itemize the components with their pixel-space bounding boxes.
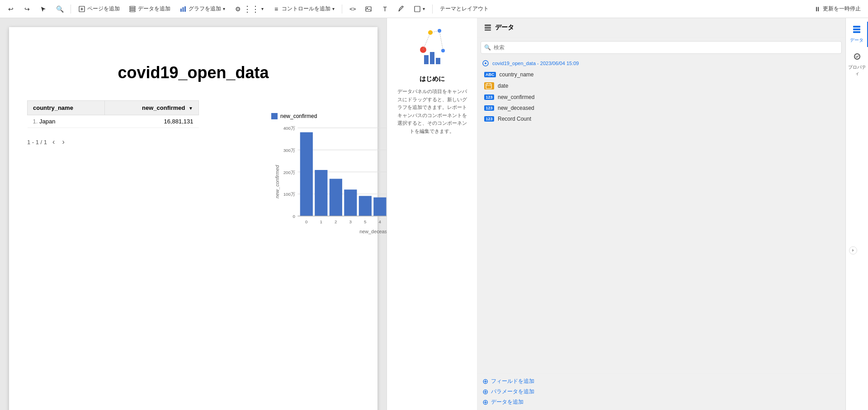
cursor-button[interactable] <box>36 4 51 14</box>
add-control-label: コントロールを追加 <box>282 5 330 13</box>
search-input[interactable] <box>481 41 842 54</box>
add-data-icon <box>129 5 136 13</box>
pause-button[interactable]: ⏸ 更新を一時停止 <box>810 3 864 14</box>
shape-icon <box>414 5 421 13</box>
code-button[interactable]: <> <box>346 4 359 14</box>
intro-panel: はじめに データパネルの項目をキャンバスにドラッグすると、新しいグラフを追加でき… <box>387 18 477 410</box>
field-type-deceased: 123 <box>484 105 494 111</box>
table-header-confirmed: new_confirmed ▼ <box>105 101 199 115</box>
components-chevron: ▾ <box>261 6 264 11</box>
cursor-icon <box>40 5 47 13</box>
report-title: covid19_open_data <box>27 63 359 82</box>
field-name-date: date <box>498 83 508 89</box>
svg-rect-40 <box>430 52 434 64</box>
svg-text:100万: 100万 <box>283 192 295 197</box>
pagination-text: 1 - 1 / 1 <box>27 139 47 146</box>
add-data-label: データを追加 <box>491 398 524 406</box>
svg-point-49 <box>485 62 486 64</box>
svg-text:0: 0 <box>305 219 308 224</box>
svg-text:300万: 300万 <box>283 148 295 153</box>
bar-0 <box>300 132 313 216</box>
bar-3 <box>344 189 357 216</box>
search-icon: 🔍 <box>484 44 491 51</box>
text-button[interactable]: T <box>377 4 392 14</box>
intro-icon <box>414 27 450 70</box>
add-param-icon: ⊕ <box>482 387 488 396</box>
field-item-deceased[interactable]: 123 new_deceased <box>477 103 845 113</box>
shape-button[interactable]: ▾ <box>410 4 429 14</box>
text-icon: T <box>381 5 388 13</box>
components-button[interactable]: ⚙ ⋮⋮ ▾ <box>231 2 267 16</box>
add-param-label: パラメータを追加 <box>491 388 534 396</box>
add-param-link[interactable]: ⊕ パラメータを追加 <box>482 387 840 396</box>
add-control-icon: ≡ <box>273 5 280 13</box>
add-graph-button[interactable]: グラフを追加 ▾ <box>176 3 229 14</box>
draw-button[interactable] <box>394 4 408 14</box>
canvas-area[interactable]: covid19_open_data country_name new_confi… <box>0 18 387 410</box>
svg-rect-39 <box>424 55 429 64</box>
datasource-item[interactable]: covid19_open_data - 2023/06/04 15:09 <box>477 57 845 69</box>
properties-tab: データ プロパティ › <box>845 18 868 410</box>
pause-label: 更新を一時停止 <box>823 5 861 13</box>
draw-icon <box>397 5 405 13</box>
pagination-prev[interactable]: ‹ <box>51 137 57 147</box>
field-name-country: country_name <box>500 71 534 78</box>
zoom-button[interactable]: 🔍 <box>52 4 67 14</box>
svg-rect-41 <box>436 58 440 64</box>
field-item-date[interactable]: date <box>477 80 845 92</box>
theme-button[interactable]: テーマとレイアウト <box>436 3 492 14</box>
table-header-country: country_name <box>28 101 105 115</box>
data-panel-header: データ <box>477 18 845 38</box>
table-cell-num: 1. Japan <box>28 115 105 128</box>
report-page: covid19_open_data country_name new_confi… <box>9 27 377 410</box>
svg-rect-50 <box>486 84 491 89</box>
intro-title: はじめに <box>420 75 445 83</box>
svg-text:new_confirmed: new_confirmed <box>274 165 280 198</box>
svg-rect-3 <box>130 6 135 8</box>
table-row: 1. Japan 16,881,131 <box>28 115 199 128</box>
field-name-deceased: new_deceased <box>498 105 534 111</box>
tab-data-label: データ <box>850 37 863 43</box>
svg-text:4: 4 <box>379 219 382 224</box>
svg-rect-45 <box>485 24 491 26</box>
image-button[interactable] <box>361 4 376 14</box>
add-data-link[interactable]: ⊕ データを追加 <box>482 398 840 406</box>
add-control-button[interactable]: ≡ コントロールを追加 ▾ <box>269 3 338 14</box>
pagination-next[interactable]: › <box>60 137 66 147</box>
expand-button[interactable]: › <box>849 246 857 254</box>
pause-icon: ⏸ <box>814 5 821 13</box>
divider-1 <box>71 5 71 14</box>
field-item-confirmed[interactable]: 123 new_confirmed <box>477 92 845 103</box>
bar-5 <box>373 198 386 216</box>
data-panel-title: データ <box>495 24 514 32</box>
svg-line-44 <box>439 31 443 51</box>
tab-data[interactable]: データ <box>846 22 868 47</box>
svg-text:400万: 400万 <box>283 126 295 131</box>
tab-properties[interactable]: プロパティ <box>846 49 868 80</box>
sort-icon: ▼ <box>189 106 193 111</box>
bar-2 <box>330 179 342 216</box>
add-field-link[interactable]: ⊕ フィールドを追加 <box>482 377 840 386</box>
svg-rect-47 <box>485 29 491 31</box>
intro-text: データパネルの項目をキャンバスにドラッグすると、新しいグラフを追加できます。レポ… <box>396 88 468 136</box>
data-panel-icon <box>484 24 491 31</box>
divider-2 <box>342 5 342 14</box>
svg-text:0: 0 <box>292 214 295 219</box>
svg-rect-46 <box>485 27 491 29</box>
svg-rect-6 <box>180 9 182 12</box>
field-item-country[interactable]: ABC country_name <box>477 69 845 80</box>
components-icon: ⚙ <box>234 5 241 13</box>
add-control-chevron: ▾ <box>332 6 335 11</box>
bar-1 <box>315 170 327 216</box>
field-item-recordcount[interactable]: 123 Record Count <box>477 113 845 124</box>
redo-button[interactable]: ↪ <box>20 4 34 14</box>
tab-properties-icon <box>853 52 861 62</box>
toolbar: ↩ ↪ 🔍 ページを追加 データを追加 グラフを追加 ▾ ⚙ ⋮⋮ ▾ ≡ <box>0 0 868 18</box>
add-data-button[interactable]: データを追加 <box>125 3 174 14</box>
svg-rect-55 <box>853 28 860 30</box>
legend-color <box>271 113 278 119</box>
field-name-recordcount: Record Count <box>498 116 531 122</box>
undo-button[interactable]: ↩ <box>4 4 18 14</box>
add-data-label: データを追加 <box>138 5 170 13</box>
add-page-button[interactable]: ページを追加 <box>75 3 123 14</box>
